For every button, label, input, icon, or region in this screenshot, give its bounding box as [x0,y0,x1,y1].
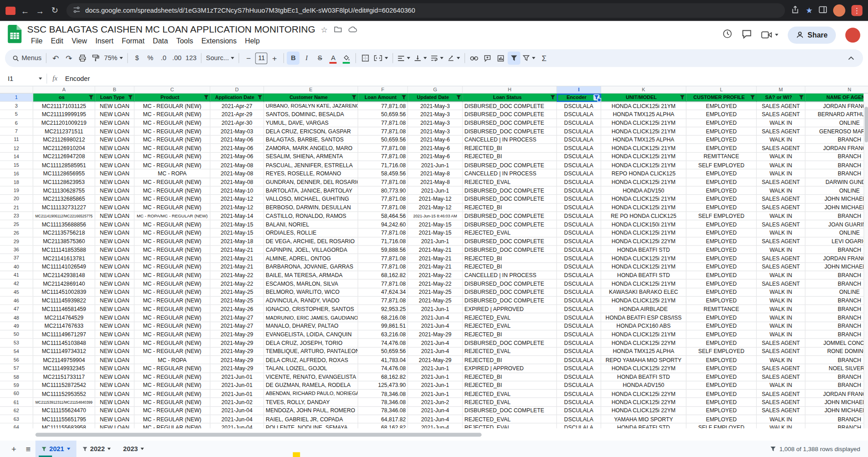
cell[interactable]: 2021-May-3 [408,102,462,110]
cell[interactable]: EMPLOYED [686,195,757,203]
row-number[interactable]: 5 [0,110,33,119]
cell[interactable]: WALK IN [757,381,806,390]
cell[interactable]: 71,716.08 [358,237,408,246]
cell[interactable]: MC - REGULAR (NEW) [135,339,211,348]
cell[interactable]: REJECTED_BI [463,373,557,382]
cell[interactable]: ZAMORA, MARK ANGELO, MARO [264,144,358,153]
menu-format[interactable]: Format [118,36,149,46]
row-number[interactable]: 42 [0,280,33,288]
cell[interactable]: 68,162.82 [358,424,408,429]
cell[interactable]: NEW LOAN [95,288,135,297]
tab-menu-caret-icon[interactable] [67,448,70,450]
site-settings-tune-icon[interactable] [73,5,80,15]
cell[interactable]: DISBURSED_DOC COMPLETE [463,339,557,348]
zoom-select[interactable]: 75% [103,52,125,65]
cell[interactable]: EMPLOYED [686,314,757,322]
cell[interactable]: MC2112371511 [33,127,95,136]
cell[interactable]: NEW LOAN [95,390,135,398]
cell[interactable]: SALES AGENT [757,195,806,203]
cell[interactable]: REJECTED_BI [463,263,557,271]
sheet-tab-2023[interactable]: 2023 [117,441,150,457]
cell[interactable]: BRANCH [806,271,868,280]
cell[interactable]: HONDA TMX125 ALPHA [601,110,687,119]
cell[interactable]: MC11128656955 [33,170,95,178]
cell[interactable]: REJECTED_EVAL [463,398,557,407]
cell[interactable]: MC - REGULAR (NEW) [135,280,211,288]
header-filter-button[interactable] [89,95,94,100]
column-letter-I[interactable]: I [557,86,601,94]
cell[interactable]: WALK IN [757,297,806,305]
cell[interactable]: DELA CRUZ, ERICSON, GASPAR [264,127,358,136]
cell[interactable]: NEW LOAN [95,187,135,195]
cell[interactable]: EVANGELISTA, LOIDA, CANQUIN [264,330,358,339]
row-number[interactable]: 16 [0,170,33,178]
cell[interactable]: DSCULALA [557,195,601,203]
cell[interactable]: 2021-May-12 [408,203,462,212]
cell[interactable]: REPO HONDA CLICK125 [601,170,687,178]
cell[interactable]: NEW LOAN [95,297,135,305]
cell[interactable]: DELA CRUZ, ALFREDO, ROXAS [264,356,358,364]
cell[interactable]: REMITTANCE [686,153,757,161]
cell[interactable]: 2021-May-15 [408,221,462,229]
cell[interactable]: RONE DOMINGO [806,348,868,356]
paint-format-icon[interactable] [89,52,102,65]
cell[interactable]: RE PO HONDA CLICK125 [601,212,687,221]
cell[interactable]: 68,162.82 [358,373,408,382]
cell[interactable]: 2021-Jun-04 [210,424,264,429]
cell[interactable]: EMPLOYED [686,110,757,119]
cell[interactable]: SALES AGENT [757,237,806,246]
cell[interactable]: HONDA BEATFI STD [601,373,687,382]
cell[interactable]: BRANCH [806,246,868,254]
cell[interactable]: 78,346.08 [358,398,408,407]
row-number[interactable]: 20 [0,195,33,203]
cell[interactable]: NEW LOAN [95,339,135,348]
filter-views-button[interactable] [521,52,538,65]
cell[interactable]: MC111149734312 [33,348,95,356]
cell[interactable]: NEW LOAN [95,153,135,161]
cell[interactable]: 2021-Jun-1 [408,373,462,382]
cell[interactable]: DSCULALA [557,136,601,144]
cell[interactable]: NEW LOAN [95,407,135,415]
cell[interactable]: EMPLOYED [686,364,757,373]
cell[interactable]: 2021-May-06 [210,153,264,161]
cell[interactable]: DISBURSED_DOC COMPLETE [463,161,557,170]
cell[interactable]: HONDA CLICK125i 21YM [601,254,687,263]
cell[interactable]: 2021-Apr-30 [210,119,264,127]
cell[interactable]: MC111155683958 [33,424,95,429]
row-number[interactable]: 12 [0,144,33,153]
cell[interactable]: NEW LOAN [95,263,135,271]
cell[interactable]: WALK IN [757,153,806,161]
cell[interactable]: DSCULALA [557,390,601,398]
cell[interactable]: BRANCH [806,314,868,322]
cell[interactable]: 2021-Jun-1 [408,381,462,390]
cell[interactable]: 2021-Jun-1 [408,390,462,398]
cell[interactable]: 2021-May-12 [210,195,264,203]
cell[interactable]: DISBURSED_DOC COMPLETE [463,127,557,136]
sheets-logo-icon[interactable] [8,24,22,45]
cell[interactable]: 2021-May-29 [210,330,264,339]
cell[interactable]: WALK IN [757,246,806,254]
cell[interactable]: MC - REGULAR (NEW) [135,415,211,424]
cell[interactable]: 2021-May-12 [408,195,462,203]
cell[interactable]: DISBURSED_DOC COMPLETE [463,212,557,221]
row-number[interactable]: 25 [0,221,33,229]
cell[interactable]: HONDA CLICK150i 21YM [601,221,687,229]
cell[interactable]: SALES AGENT [757,364,806,373]
cell[interactable]: MC - REGULAR (NEW) [135,407,211,415]
cell[interactable]: 2021-May-27 [210,314,264,322]
cell[interactable]: MC - REGULAR (NEW) [135,390,211,398]
cell[interactable]: 2021-May-06 [210,136,264,144]
cell[interactable]: BRANCH [806,330,868,339]
cell[interactable]: 2021-May-22 [210,280,264,288]
cell[interactable]: BRANCH [806,305,868,314]
add-sheet-button[interactable]: + [7,442,21,456]
cell[interactable]: 2021-May-25 [210,288,264,297]
cell[interactable]: NEW LOAN [95,424,135,429]
cell[interactable]: HONDA CLICK125i 21YM [601,127,687,136]
column-letter-C[interactable]: C [135,86,211,94]
cell[interactable]: 2021-May-21 [210,254,264,263]
cell[interactable]: MC111451002839 [33,288,95,297]
cell[interactable]: 2021-May-25 [210,297,264,305]
menu-tools[interactable]: Tools [172,36,197,46]
cell[interactable]: BARTOLATA, JANICE, BARTOLAY [264,187,358,195]
